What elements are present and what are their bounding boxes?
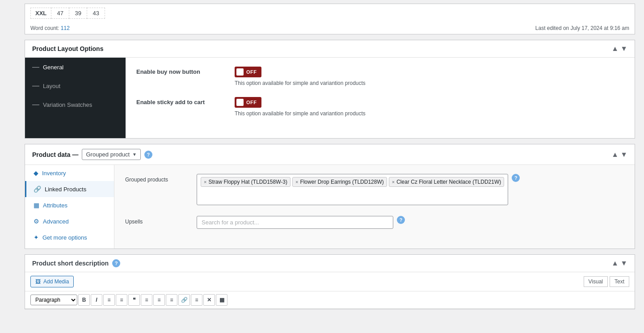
desc-toolbar-left: 🖼 Add Media — [30, 276, 74, 287]
desc-toolbar: 🖼 Add Media Visual Text — [25, 272, 635, 291]
short-desc-help-icon[interactable]: ? — [112, 259, 120, 267]
nav-item-general[interactable]: — General — [25, 58, 126, 76]
nav-item-attributes[interactable]: ▦ Attributes — [25, 197, 114, 213]
link-button[interactable]: 🔗 — [178, 294, 190, 306]
word-count-text: Word count: 112 — [30, 25, 70, 31]
size-table: XXL 47 39 43 — [30, 8, 105, 19]
tag-straw-hat: × Straw Floppy Hat (TLDD158W-3) — [201, 177, 290, 187]
nav-item-advanced[interactable]: ⚙ Advanced — [25, 213, 114, 229]
buy-now-toggle[interactable]: OFF — [235, 67, 261, 77]
italic-button[interactable]: I — [91, 294, 102, 306]
nav-item-get-more-options[interactable]: ✦ Get more options — [25, 229, 114, 245]
format-bar: Paragraph B I ≡ ≡ ❝ ≡ ≡ ≡ 🔗 ≡ ✕ ▦ — [25, 291, 635, 309]
upsells-help-icon[interactable]: ? — [397, 216, 405, 224]
grouped-products-label: Grouped products — [125, 174, 188, 183]
grouped-products-row: Grouped products × Straw Floppy Hat (TLD… — [125, 174, 624, 205]
blockquote-button[interactable]: ❝ — [128, 294, 140, 306]
visual-tab[interactable]: Visual — [584, 276, 608, 287]
dash-icon-layout: — — [32, 82, 39, 90]
grouped-products-help-icon[interactable]: ? — [512, 174, 520, 182]
nav-item-linked-products[interactable]: 🔗 Linked Products — [25, 181, 114, 197]
unordered-list-button[interactable]: ≡ — [103, 294, 115, 306]
tag-remove-2[interactable]: × — [295, 179, 298, 185]
word-count-bar: Word count: 112 Last edited on July 17, … — [25, 22, 635, 34]
product-data-label: Product data — — [32, 151, 78, 158]
short-description-title: Product short description — [32, 260, 109, 267]
product-type-select[interactable]: Grouped product ▼ — [82, 149, 140, 160]
paragraph-select[interactable]: Paragraph — [30, 295, 77, 305]
nav-linked-label: Linked Products — [45, 186, 86, 193]
buy-now-control: OFF This option available for simple and… — [235, 67, 366, 86]
nav-get-more-label: Get more options — [42, 234, 87, 241]
nav-item-variation-swatches[interactable]: — Variation Swatches — [25, 95, 126, 114]
tag-label-2: Flower Drop Earrings (TLDD128W) — [300, 179, 383, 185]
nav-inventory-label: Inventory — [42, 170, 66, 177]
upsells-label: Upsells — [125, 216, 188, 225]
collapse-icon[interactable]: ▲ — [611, 45, 619, 53]
short-description-header: Product short description ? ▲ ▼ — [25, 255, 635, 272]
buy-now-label: Enable buy now button — [136, 67, 226, 75]
short-description-panel: Product short description ? ▲ ▼ 🖼 Add Me… — [25, 254, 635, 309]
add-media-button[interactable]: 🖼 Add Media — [30, 276, 74, 287]
product-data-sidebar: ◆ Inventory 🔗 Linked Products ▦ Attribut… — [25, 165, 114, 249]
align-left-button[interactable]: ≡ — [141, 294, 152, 306]
product-content: Grouped products × Straw Floppy Hat (TLD… — [114, 165, 635, 249]
select-arrow-icon: ▼ — [132, 152, 137, 157]
short-desc-collapse-btn[interactable]: ▲ — [611, 259, 619, 267]
tag-label-3: Clear Cz Floral Letter Necklace (TLDD21W… — [396, 179, 501, 185]
tag-remove-3[interactable]: × — [392, 179, 395, 185]
dash-icon-general: — — [32, 63, 39, 71]
sticky-cart-control: OFF This option available for simple and… — [235, 97, 366, 117]
nav-variation-label: Variation Swatches — [43, 101, 92, 108]
upsells-row: Upsells ? — [125, 216, 624, 229]
dash-icon-variation: — — [32, 101, 39, 109]
short-desc-expand-btn[interactable]: ▼ — [620, 259, 627, 267]
sticky-cart-label: Enable sticky add to cart — [136, 97, 226, 105]
nav-item-inventory[interactable]: ◆ Inventory — [25, 165, 114, 181]
upsells-control: ? — [197, 216, 405, 229]
buy-now-hint: This option available for simple and var… — [235, 80, 366, 86]
grouped-products-tags-input[interactable]: × Straw Floppy Hat (TLDD158W-3) × Flower… — [197, 174, 508, 205]
attributes-icon: ▦ — [34, 202, 39, 209]
expand-icon[interactable]: ▼ — [620, 45, 627, 53]
bold-button[interactable]: B — [78, 294, 90, 306]
ordered-list-button[interactable]: ≡ — [116, 294, 127, 306]
sticky-cart-toggle-state: OFF — [246, 100, 257, 105]
product-data-body: ◆ Inventory 🔗 Linked Products ▦ Attribut… — [25, 165, 635, 249]
nav-advanced-label: Advanced — [43, 218, 69, 225]
align-center-button[interactable]: ≡ — [153, 294, 165, 306]
nav-layout-label: Layout — [43, 83, 60, 89]
toggle-handle — [236, 68, 244, 76]
tag-label-1: Straw Floppy Hat (TLDD158W-3) — [208, 179, 287, 185]
text-tab[interactable]: Text — [610, 276, 629, 287]
add-media-icon: 🖼 — [35, 278, 41, 285]
add-media-label: Add Media — [43, 278, 69, 285]
get-more-icon: ✦ — [34, 234, 39, 241]
tag-earrings: × Flower Drop Earrings (TLDD128W) — [292, 177, 387, 187]
layout-sidebar: — General — Layout — Variation Swatches — [25, 58, 126, 138]
table-button[interactable]: ▦ — [216, 294, 227, 306]
upsells-search-input[interactable] — [197, 216, 393, 229]
short-desc-panel-controls: ▲ ▼ — [611, 259, 627, 267]
product-type-value: Grouped product — [86, 151, 130, 158]
sticky-cart-hint: This option available for simple and var… — [235, 110, 366, 117]
product-data-expand-btn[interactable]: ▼ — [620, 151, 627, 159]
size-label: XXL — [31, 8, 51, 19]
help-icon[interactable]: ? — [144, 151, 152, 159]
product-layout-title: Product Layout Options — [32, 45, 103, 52]
product-data-panel-controls: ▲ ▼ — [611, 151, 627, 159]
toggle-handle-2 — [236, 99, 244, 106]
product-data-collapse-btn[interactable]: ▲ — [611, 151, 619, 159]
size-value-2: 39 — [69, 8, 87, 19]
tag-remove-1[interactable]: × — [204, 179, 206, 185]
nav-item-layout[interactable]: — Layout — [25, 76, 126, 95]
remove-format-button[interactable]: ✕ — [203, 294, 215, 306]
product-layout-panel: Product Layout Options ▲ ▼ — General — L… — [25, 40, 635, 139]
word-count-number: 112 — [61, 25, 70, 31]
sticky-cart-toggle[interactable]: OFF — [235, 97, 261, 108]
size-value-1: 47 — [51, 8, 69, 19]
desc-toolbar-right: Visual Text — [584, 276, 629, 287]
advanced-icon: ⚙ — [34, 218, 39, 225]
align-right-button[interactable]: ≡ — [166, 294, 177, 306]
insert-button[interactable]: ≡ — [191, 294, 202, 306]
